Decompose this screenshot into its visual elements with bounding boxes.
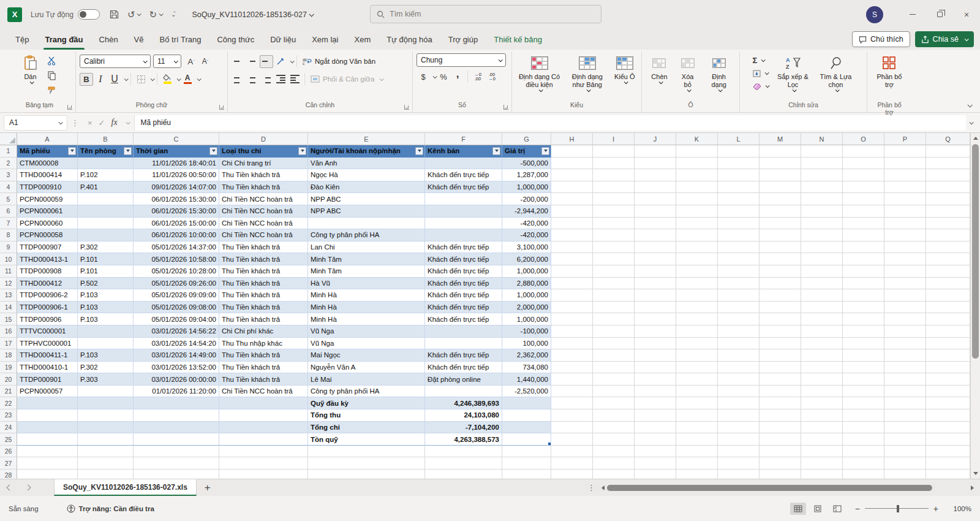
fill-color-icon[interactable] <box>160 73 174 86</box>
addins-button[interactable]: Phần bổ trợ <box>872 53 907 90</box>
cell-M18[interactable] <box>760 349 801 362</box>
cell-O17[interactable] <box>843 338 884 350</box>
cell-I7[interactable] <box>593 218 635 230</box>
cell-G23[interactable] <box>502 409 551 422</box>
column-header-O[interactable]: O <box>843 133 884 145</box>
cell-C18[interactable]: 03/01/2026 14:49:00 <box>134 349 219 362</box>
cell-Q15[interactable] <box>926 313 970 325</box>
ribbon-tab-xem[interactable]: Xem <box>346 29 379 50</box>
name-box[interactable]: A1 <box>4 115 67 131</box>
cell-P1[interactable] <box>884 145 926 158</box>
column-header-A[interactable]: A <box>17 133 78 145</box>
cell-E24[interactable]: Tổng chi <box>308 422 425 434</box>
cell-B19[interactable]: P.302 <box>78 362 134 374</box>
cell-D9[interactable]: Thu Tiền khách trả <box>219 241 308 254</box>
cell-E19[interactable]: Nguyễn Văn A <box>308 362 425 374</box>
row-header-20[interactable]: 20 <box>0 373 17 386</box>
cell-Q12[interactable] <box>926 278 970 290</box>
autosum-button[interactable]: Σ <box>751 55 771 66</box>
cell-C24[interactable] <box>134 422 219 434</box>
cell-O4[interactable] <box>843 181 884 194</box>
cell-L17[interactable] <box>718 338 760 350</box>
cell-N27[interactable] <box>801 457 843 470</box>
cell-N6[interactable] <box>801 205 843 218</box>
cell-O21[interactable] <box>843 386 884 398</box>
zoom-slider[interactable] <box>865 508 929 509</box>
cell-C17[interactable]: 03/01/2026 14:54:20 <box>134 338 219 350</box>
cell-Q7[interactable] <box>926 218 970 230</box>
scroll-left-icon[interactable] <box>601 485 605 490</box>
cell-H22[interactable] <box>551 397 593 409</box>
cell-G12[interactable]: 2,880,000 <box>502 278 551 290</box>
cell-H21[interactable] <box>551 386 593 398</box>
cell-E6[interactable]: NPP ABC <box>308 205 425 218</box>
cell-P23[interactable] <box>884 409 926 422</box>
row-header-23[interactable]: 23 <box>0 409 17 422</box>
cell-A17[interactable]: TTPHVC000001 <box>17 338 78 350</box>
filter-dropdown-icon[interactable] <box>68 147 76 155</box>
row-header-16[interactable]: 16 <box>0 325 17 338</box>
cell-O6[interactable] <box>843 205 884 218</box>
cell-M27[interactable] <box>760 457 801 470</box>
cell-A19[interactable]: TTHD000410-1 <box>17 362 78 374</box>
cell-E20[interactable]: Lê Mai <box>308 373 425 386</box>
cell-A22[interactable] <box>17 397 78 409</box>
cell-D13[interactable]: Thu Tiền khách trả <box>219 289 308 302</box>
column-header-J[interactable]: J <box>635 133 676 145</box>
cell-E5[interactable]: NPP ABC <box>308 193 425 205</box>
align-middle-icon[interactable] <box>246 55 259 68</box>
cell-E12[interactable]: Hà Vũ <box>308 278 425 290</box>
cell-Q13[interactable] <box>926 289 970 302</box>
cell-L27[interactable] <box>718 457 760 470</box>
cell-A26[interactable] <box>17 446 78 458</box>
cell-P10[interactable] <box>884 253 926 265</box>
zoom-out-icon[interactable]: − <box>855 504 860 514</box>
cell-C23[interactable] <box>134 409 219 422</box>
zoom-level[interactable]: 100% <box>948 505 971 512</box>
cell-A6[interactable]: PCPN000061 <box>17 205 78 218</box>
cell-J15[interactable] <box>635 313 676 325</box>
scroll-down-icon[interactable] <box>973 472 978 475</box>
cell-Q17[interactable] <box>926 338 970 350</box>
cell-F22[interactable]: 4,246,389,693 <box>425 397 502 409</box>
row-header-2[interactable]: 2 <box>0 158 17 170</box>
cell-F15[interactable]: Khách đến trực tiếp <box>425 313 502 325</box>
cell-G25[interactable] <box>502 433 551 446</box>
zoom-in-icon[interactable]: + <box>933 504 938 514</box>
cell-B17[interactable] <box>78 338 134 350</box>
cell-B4[interactable]: P.401 <box>78 181 134 194</box>
fill-button[interactable] <box>751 67 771 79</box>
cell-A20[interactable]: TTDP000901 <box>17 373 78 386</box>
cell-P26[interactable] <box>884 446 926 458</box>
cell-J20[interactable] <box>635 373 676 386</box>
cell-K27[interactable] <box>676 457 718 470</box>
cell-J21[interactable] <box>635 386 676 398</box>
cell-I9[interactable] <box>593 241 635 254</box>
sheet-options-icon[interactable]: ⋮ <box>582 479 600 496</box>
cell-Q19[interactable] <box>926 362 970 374</box>
cell-B12[interactable]: P.502 <box>78 278 134 290</box>
borders-icon[interactable] <box>134 73 148 86</box>
cell-M20[interactable] <box>760 373 801 386</box>
search-input[interactable]: Tìm kiếm <box>370 5 601 23</box>
cell-G5[interactable]: -200,000 <box>502 193 551 205</box>
italic-button[interactable]: I <box>94 73 107 86</box>
cell-M5[interactable] <box>760 193 801 205</box>
cell-N11[interactable] <box>801 265 843 278</box>
cell-C5[interactable]: 06/01/2026 15:30:00 <box>134 193 219 205</box>
orientation-icon[interactable] <box>274 55 287 68</box>
cell-Q3[interactable] <box>926 169 970 181</box>
row-header-9[interactable]: 9 <box>0 241 17 254</box>
cell-M19[interactable] <box>760 362 801 374</box>
cell-C10[interactable]: 05/01/2026 10:58:00 <box>134 253 219 265</box>
cell-N26[interactable] <box>801 446 843 458</box>
wrap-text-button[interactable]: abc Ngắt dòng Văn bản <box>300 58 378 66</box>
cell-H28[interactable] <box>551 470 593 479</box>
cell-N28[interactable] <box>801 470 843 479</box>
column-header-E[interactable]: E <box>308 133 425 145</box>
cell-J1[interactable] <box>635 145 676 158</box>
cell-C13[interactable]: 05/01/2026 09:09:00 <box>134 289 219 302</box>
cell-I3[interactable] <box>593 169 635 181</box>
cell-H5[interactable] <box>551 193 593 205</box>
cell-A28[interactable] <box>17 470 78 479</box>
